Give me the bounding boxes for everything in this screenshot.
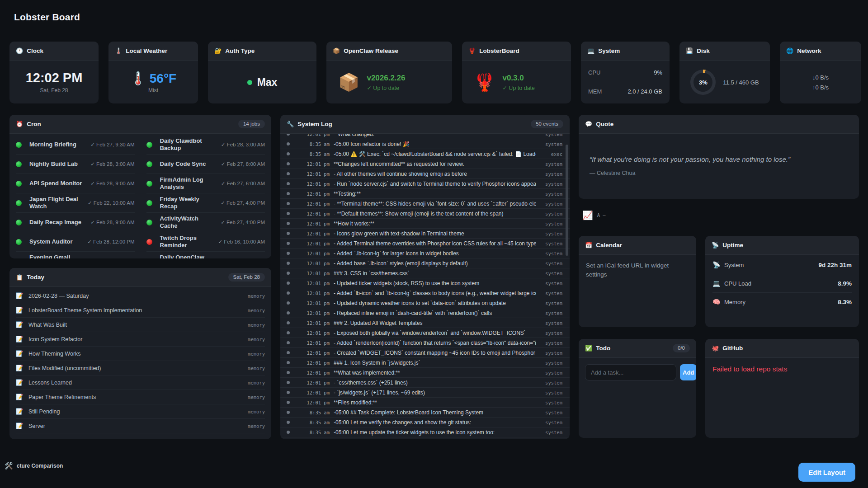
memory-title: How Theming Works [28, 351, 246, 357]
log-entry-row: 12:01 pm - Added `.lb-icon-lg` for large… [280, 249, 570, 258]
clock-widget-header: 🕐 Clock [9, 42, 99, 61]
log-timestamp: 12:01 pm [297, 390, 330, 395]
memory-source-tag: memory [248, 308, 265, 313]
log-entry-row: 12:01 pm - All other themes will continu… [280, 169, 570, 179]
log-message: -05:00 The server is running. Let me ver… [334, 439, 536, 440]
log-bullet-icon [287, 301, 290, 305]
log-bullet-icon [287, 361, 290, 364]
log-message: - Run `node server.cjs` and switch to Te… [334, 181, 536, 187]
log-timestamp: 12:01 pm [297, 171, 330, 177]
log-source-tag: system [540, 420, 562, 425]
cron-widget: ⏰ Cron 14 jobs Morning Briefing ✓ Feb 27… [9, 115, 271, 258]
todo-widget-header: ✅ Todo 0/0 [579, 339, 696, 358]
network-upload-rate: ↑0 B/s [812, 84, 829, 91]
log-timestamp: 12:01 pm [297, 211, 330, 216]
network-download-rate: ↓0 B/s [812, 74, 829, 81]
memory-title: Server [28, 423, 246, 429]
lobsterboard-release-widget: 🦞 LobsterBoard 🦞 v0.3.0 ✓ Up to date [462, 42, 571, 103]
log-message: **Changes left uncommitted** as requeste… [334, 161, 536, 167]
log-bullet-icon [287, 421, 290, 424]
clock-icon: 🕐 [16, 48, 23, 54]
todo-add-task-input[interactable] [585, 364, 676, 380]
memo-icon: 📝 [16, 292, 27, 299]
disk-title: Disk [697, 47, 710, 54]
network-title: Network [797, 47, 821, 54]
log-entry-row: 12:01 pm **Files modified:** system [280, 398, 570, 408]
log-timestamp: 12:01 pm [297, 241, 330, 246]
log-bullet-icon [287, 152, 290, 155]
log-entry-row: 12:01 pm - Icons glow green with text-sh… [280, 229, 570, 239]
cron-job-last-run: ✓ Feb 28, 9:00 AM [90, 219, 134, 225]
cron-status-dot [16, 142, 22, 148]
calendar-icon: 📅 [585, 242, 592, 248]
log-bullet-icon [287, 252, 290, 255]
today-memory-row: 📝 Lessons Learned memory [16, 375, 265, 390]
log-timestamp: 12:01 pm [297, 134, 330, 137]
auth-status-dot [247, 80, 252, 85]
speech-bubble-icon: 💬 [585, 121, 592, 127]
cron-status-dot [16, 220, 22, 225]
cron-job-row: Nightly Build Lab ✓ Feb 28, 3:00 AM [16, 155, 135, 174]
check-mark-icon: ✅ [585, 345, 592, 351]
log-timestamp: 12:01 pm [297, 261, 330, 266]
log-source-tag: system [540, 201, 562, 206]
system-log-scroll-area[interactable]: 12:01 pm **What changed:** system 8:35 a… [280, 134, 570, 439]
lobster-icon: 🦞 [468, 48, 476, 54]
log-timestamp: 8:35 am [297, 410, 330, 415]
memory-source-tag: memory [248, 394, 265, 400]
network-widget: 🌐 Network ↓0 B/s ↑0 B/s [780, 42, 861, 103]
calendar-empty-message: Set an iCal feed URL in widget settings [579, 255, 696, 285]
cron-job-last-run: ✓ Feb 27, 4:00 PM [221, 219, 265, 225]
log-scrollbar-thumb[interactable] [566, 145, 568, 256]
log-timestamp: 12:01 pm [297, 181, 330, 187]
log-source-tag: exec [540, 151, 562, 157]
disk-widget: 💾 Disk 3% 11.5 / 460 GB [679, 42, 770, 103]
log-message: - Added `renderIcon(iconId)` function th… [334, 340, 536, 346]
weather-widget: 🌡️ Local Weather 🌡️ 56°F Mist [108, 42, 198, 103]
uptime-widget: 📡 Uptime 📡 System 9d 22h 31m 💻 [705, 236, 859, 327]
log-entry-row: 8:35 am -05:00 Let me verify the changes… [280, 418, 570, 427]
uptime-row-icon: 📡 [712, 261, 724, 268]
memory-title: Still Pending [28, 408, 246, 415]
log-source-tag: system [540, 350, 562, 356]
clipboard-icon: 📋 [16, 274, 23, 280]
cron-job-name: Nightly Build Lab [29, 160, 87, 168]
cron-list-left: Morning Briefing ✓ Feb 27, 9:30 AM Night… [16, 135, 135, 258]
log-source-tag: system [540, 141, 562, 147]
stray-stock-ticker: 📈 A — [582, 210, 859, 221]
log-entry-row: 8:35 am -05:00 ⚠️ 🛠️ Exec: `cd ~/clawd/L… [280, 149, 570, 159]
uptime-stats: 📡 System 9d 22h 31m 💻 CPU Load 8.9% 🧠 [705, 255, 859, 311]
log-source-tag: system [540, 360, 562, 366]
memory-title: 2026-02-28 — Saturday [28, 293, 246, 299]
log-timestamp: 12:01 pm [297, 251, 330, 256]
cron-status-dot [146, 239, 152, 245]
lobsterboard-version: v0.3.0 [502, 74, 535, 83]
todo-add-button[interactable]: Add [680, 364, 696, 380]
cron-job-row: API Spend Monitor ✓ Feb 28, 9:00 AM [16, 174, 135, 193]
memory-title: Files Modified (uncommitted) [28, 365, 246, 371]
weather-temperature: 56°F [150, 71, 176, 86]
cron-job-row: Daily Clawdbot Backup ✓ Feb 28, 3:00 AM [146, 135, 265, 155]
log-timestamp: 12:01 pm [297, 291, 330, 296]
log-message: -05:00 Let me update the ticker widgets … [334, 429, 536, 436]
log-source-tag: system [540, 171, 562, 177]
cron-job-row: Daily Recap Image ✓ Feb 28, 9:00 AM [16, 213, 135, 232]
today-memory-row: 📝 LobsterBoard Theme System Implementati… [16, 303, 265, 318]
log-bullet-icon [287, 272, 290, 275]
memory-source-tag: memory [248, 322, 265, 328]
system-log-title: System Log [297, 121, 332, 127]
cron-status-dot [16, 239, 22, 245]
today-memory-row: 📝 Still Pending memory [16, 404, 265, 419]
log-entry-row: 12:01 pm **How it works:** system [280, 219, 570, 229]
log-message: - Added `.lb-icon-lg` for larger icons i… [334, 250, 536, 257]
memo-icon: 📝 [16, 365, 27, 371]
log-bullet-icon [287, 282, 290, 285]
cron-job-name: Evening Gmail Check [29, 254, 87, 258]
log-message: -05:00 ⚠️ 🛠️ Exec: `cd ~/clawd/LobsterBo… [334, 151, 536, 157]
today-widget-header: 📋 Today Sat, Feb 28 [9, 268, 271, 287]
cron-job-last-run: ✓ Feb 16, 10:00 AM [218, 239, 265, 245]
log-source-tag: system [540, 271, 562, 276]
edit-layout-button[interactable]: Edit Layout [798, 463, 855, 482]
log-message: - **Default themes**: Show emoji (emoji … [334, 211, 536, 217]
satellite-antenna-icon: 📡 [712, 242, 719, 248]
